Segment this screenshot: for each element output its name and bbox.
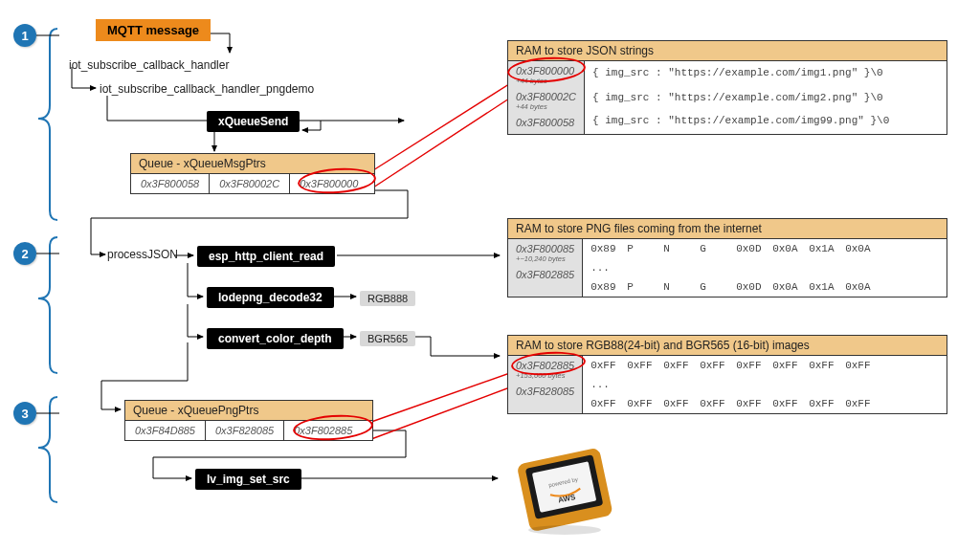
queue-png-cell-1: 0x3F828085 [206,421,284,440]
func-lodepng: lodepng_decode32 [207,287,334,308]
ram-json-val-1: { img_src : "https://example.com/img2.pn… [585,82,897,107]
step-badge-2: 2 [13,242,36,265]
ram-json-addr-2: 0x3F800058 [508,113,584,134]
func-http-read: esp_http_client_read [197,246,335,267]
aws-device-image: powered by AWS [507,442,622,536]
ram-rgb-addr-2: 0x3F828085 [508,382,582,403]
ram-png: RAM to store PNG files coming from the i… [507,218,947,298]
func-cb-handler-png: iot_subscribe_callback_handler_pngdemo [100,82,314,96]
func-xqueuesend: xQueueSend [207,111,300,132]
ram-json-val-2: { img_src : "https://example.com/img99.p… [585,107,897,130]
ram-json-sz-1: +44 bytes [508,102,584,113]
ram-rgb: RAM to store RGB88(24-bit) and BGR565 (1… [507,335,947,414]
tag-bgr565: BGR565 [360,331,415,346]
ram-png-addr-0: 0x3F800085 [508,239,582,254]
step-badge-1: 1 [13,24,36,47]
mqtt-message-box: MQTT message [96,19,211,41]
ram-json-addr-1: 0x3F80002C [508,87,584,102]
func-convert-depth: convert_color_depth [207,328,344,349]
step-badge-3: 3 [13,402,36,425]
ram-json-val-0: { img_src : "https://example.com/img1.pn… [585,61,897,82]
tag-rgb888: RGB888 [360,291,415,306]
ram-png-title: RAM to store PNG files coming from the i… [508,219,947,239]
ram-png-sz-0: +~10,240 bytes [508,254,582,265]
func-cb-handler: iot_subscribe_callback_handler [69,58,229,72]
queue-msg-cell-0: 0x3F800058 [131,174,210,193]
svg-point-17 [528,525,601,535]
func-lv-img-set: lv_img_set_src [195,469,301,490]
func-processjson: processJSON [107,248,178,261]
queue-png-cell-0: 0x3F84D885 [125,421,206,440]
ram-json: RAM to store JSON strings 0x3F800000 +44… [507,40,947,135]
ram-png-addr-2: 0x3F802885 [508,265,582,286]
queue-msg-cell-1: 0x3F80002C [210,174,290,193]
